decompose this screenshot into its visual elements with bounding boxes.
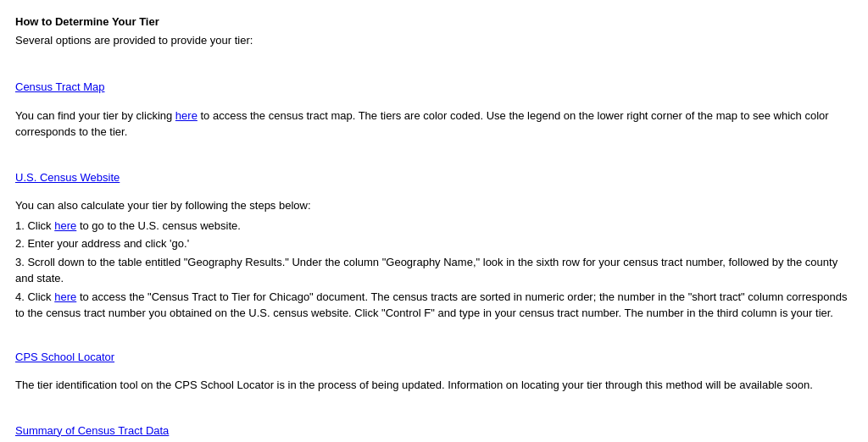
main-heading: How to Determine Your Tier xyxy=(15,14,853,30)
heading-bold: How to Determine Your Tier xyxy=(15,15,159,28)
census-step4-link[interactable]: here xyxy=(54,290,76,303)
intro-text: Several options are provided to provide … xyxy=(15,32,853,49)
census-tract-map-paragraph: You can find your tier by clicking here … xyxy=(15,108,853,141)
cps-school-locator-paragraph: The tier identification tool on the CPS … xyxy=(15,377,853,394)
section-cps-school-locator: CPS School Locator The tier identificati… xyxy=(15,335,853,394)
step-3: 3. Scroll down to the table entitled "Ge… xyxy=(15,254,853,287)
census-tract-map-link[interactable]: here xyxy=(175,109,198,122)
section-us-census-website: U.S. Census Website You can also calcula… xyxy=(15,156,853,322)
census-steps-list: 1. Click here to go to the U.S. census w… xyxy=(15,218,853,322)
section-census-tract-map: Census Tract Map You can find your tier … xyxy=(15,65,853,141)
census-tract-map-heading[interactable]: Census Tract Map xyxy=(15,79,105,96)
us-census-intro: You can also calculate your tier by foll… xyxy=(15,197,853,214)
page-container: How to Determine Your Tier Several optio… xyxy=(15,14,853,442)
summary-census-tract-heading[interactable]: Summary of Census Tract Data xyxy=(15,423,169,439)
step-2: 2. Enter your address and click 'go.' xyxy=(15,235,853,252)
census-step1-link[interactable]: here xyxy=(54,219,76,232)
step-4: 4. Click here to access the "Census Trac… xyxy=(15,289,853,322)
step-1: 1. Click here to go to the U.S. census w… xyxy=(15,218,853,235)
cps-school-locator-heading[interactable]: CPS School Locator xyxy=(15,349,114,366)
section-summary-census-tract: Summary of Census Tract Data Click here … xyxy=(15,409,853,443)
us-census-website-heading[interactable]: U.S. Census Website xyxy=(15,169,120,186)
